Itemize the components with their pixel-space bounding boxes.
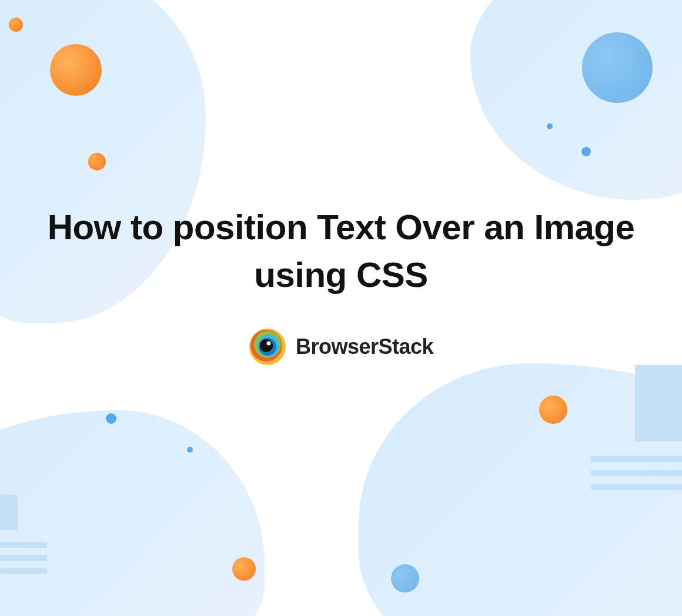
page-title: How to position Text Over an Image using… [35,203,647,299]
brand-name: BrowserStack [296,334,433,359]
browserstack-logo-icon [249,328,286,366]
brand-logo: BrowserStack [249,328,433,366]
svg-point-5 [260,339,273,352]
svg-point-6 [266,342,270,346]
content-area: How to position Text Over an Image using… [0,0,682,592]
